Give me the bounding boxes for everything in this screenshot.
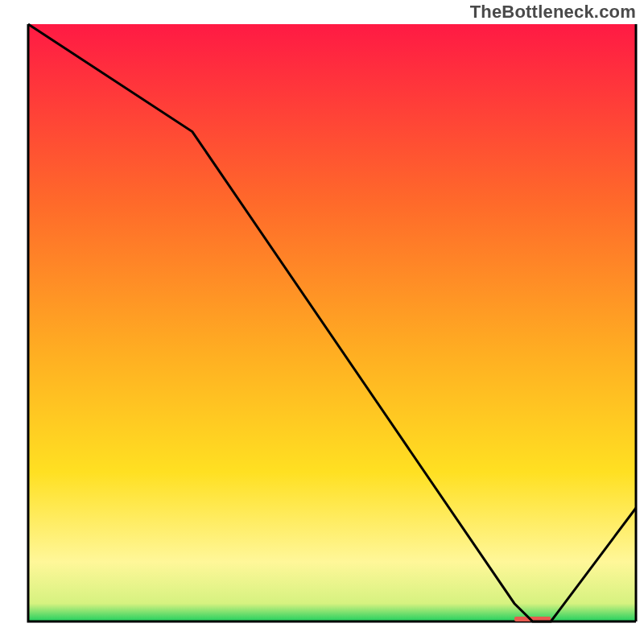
chart-frame: TheBottleneck.com [0,0,644,644]
plot-background [28,24,636,621]
bottleneck-chart [0,0,644,644]
